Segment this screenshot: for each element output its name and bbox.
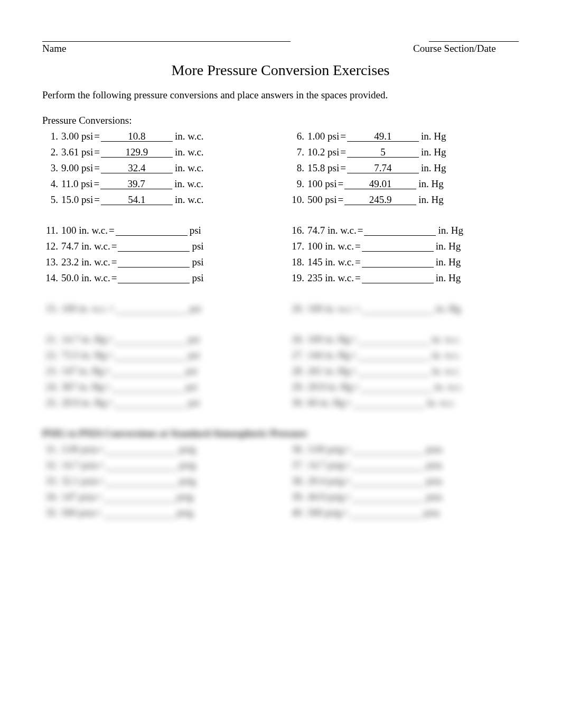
course-section-line[interactable] [429, 32, 519, 42]
answer-blank[interactable] [350, 508, 422, 518]
answer-blank[interactable]: 245.9 [344, 195, 416, 205]
item-unit: in. w.c. [173, 162, 204, 174]
item-lhs: 15.8 psi [307, 162, 339, 174]
item-lhs: 100 in. w.c. [307, 303, 354, 315]
item-lhs: 100 in. w.c. [307, 241, 354, 252]
answer-blank[interactable] [362, 242, 434, 252]
answer-blank[interactable] [364, 226, 436, 236]
answer-blank[interactable]: 10.8 [101, 132, 173, 142]
item-number: 23. [42, 365, 61, 377]
item-number: 13. [42, 256, 61, 268]
answer-blank[interactable] [116, 226, 188, 236]
exercise-row: 21.14.7 in. Hg = psi [42, 334, 273, 345]
item-unit: psi [188, 225, 201, 236]
answer-blank[interactable] [362, 257, 434, 268]
answer-blank[interactable] [114, 398, 186, 408]
item-number: 8. [288, 162, 307, 174]
item-unit: in. Hg [434, 256, 461, 268]
equals: = [110, 272, 118, 284]
item-lhs: 100 in. w.c. [61, 225, 108, 236]
answer-blank[interactable]: 5 [347, 148, 419, 158]
answer-blank[interactable] [118, 257, 190, 268]
exercise-row: 40.500 psig = psia [288, 507, 519, 519]
item-unit: in. w.c. [425, 397, 456, 409]
answer-blank[interactable]: 32.4 [101, 163, 173, 173]
group-2: 11.100 in. w.c. = psi12.74.7 in. w.c. = … [42, 225, 519, 288]
answer-blank[interactable] [352, 445, 424, 455]
answer-blank[interactable] [118, 273, 190, 283]
answer-blank[interactable] [111, 366, 183, 376]
name-line[interactable] [42, 32, 291, 42]
item-lhs: 3.00 psia [61, 444, 98, 455]
equals: = [93, 194, 101, 206]
item-unit: in. Hg [436, 225, 463, 236]
answer-blank[interactable] [116, 304, 188, 314]
answer-blank[interactable] [105, 476, 177, 486]
item-lhs: 235 in. w.c. [307, 272, 354, 284]
item-lhs: 29.4 psig [307, 475, 344, 487]
item-lhs: 11.0 psi [61, 178, 92, 190]
answer-blank[interactable] [352, 476, 424, 486]
answer-blank[interactable] [105, 460, 177, 471]
answer-blank[interactable] [118, 242, 190, 252]
answer-blank[interactable]: 54.1 [101, 195, 173, 205]
exercise-row: 14.50.0 in. w.c. = psi [42, 272, 273, 284]
equals: = [354, 303, 362, 315]
item-number: 37. [288, 459, 307, 471]
item-lhs: 3.61 psi [61, 146, 93, 158]
item-lhs: 100 in. w.c. [61, 303, 108, 315]
answer-blank[interactable] [111, 382, 183, 392]
item-number: 22. [42, 349, 61, 361]
item-unit: in. Hg [419, 146, 446, 158]
header-labels: Name Course Section/Date [42, 43, 519, 54]
answer-blank[interactable] [358, 335, 429, 345]
item-lhs: 145 in. w.c. [307, 256, 354, 268]
equals: = [354, 272, 362, 284]
answer-blank[interactable]: 49.1 [347, 132, 419, 142]
answer-blank[interactable] [114, 335, 186, 345]
answer-blank[interactable]: 129.9 [101, 148, 173, 158]
answer-blank[interactable]: 39.7 [100, 179, 172, 189]
item-unit: in. w.c. [173, 146, 204, 158]
answer-blank[interactable] [352, 460, 424, 471]
answer-blank[interactable] [362, 273, 434, 283]
equals: = [95, 507, 103, 519]
answer-blank[interactable] [352, 492, 424, 502]
item-unit: psia [424, 444, 442, 455]
item-unit: in. Hg [434, 303, 461, 315]
exercise-row: 13.23.2 in. w.c. = psi [42, 256, 273, 268]
answer-blank[interactable] [358, 351, 429, 361]
answer-blank[interactable] [103, 492, 175, 502]
answer-blank[interactable] [103, 508, 175, 518]
exercise-row: 30.60 in. Hg = in. w.c. [288, 397, 519, 409]
answer-blank[interactable]: 49.01 [344, 179, 416, 189]
exercise-row: 39.44.9 psig = psia [288, 491, 519, 503]
answer-blank[interactable] [358, 366, 429, 376]
item-lhs: 60 in. Hg [307, 397, 345, 409]
answer-blank[interactable] [114, 351, 186, 361]
item-lhs: 147 in. Hg [61, 365, 104, 377]
item-number: 20. [288, 303, 307, 315]
item-number: 11. [42, 225, 61, 236]
item-lhs: 29.9 in. Hg [61, 397, 107, 409]
item-number: 10. [288, 194, 307, 206]
equals: = [345, 397, 353, 409]
equals: = [339, 131, 347, 142]
answer-blank[interactable]: 7.74 [347, 163, 419, 173]
item-lhs: 10.2 psi [307, 146, 339, 158]
exercise-row: 2.3.61 psi = 129.9 in. w.c. [42, 146, 273, 158]
exercise-row: 26.100 in. Hg = in. w.c. [288, 334, 519, 345]
exercise-row: 31.3.00 psia = psig [42, 444, 273, 455]
item-lhs: 14.7 psig [307, 459, 344, 471]
item-number: 1. [42, 131, 61, 142]
answer-blank[interactable] [360, 382, 432, 392]
exercise-row: 20.100 in. w.c. = in. Hg [288, 303, 519, 315]
item-unit: psi [186, 334, 200, 345]
exercise-row: 6.1.00 psi = 49.1 in. Hg [288, 131, 519, 142]
answer-blank[interactable] [353, 398, 425, 408]
exercise-row: 8.15.8 psi = 7.74 in. Hg [288, 162, 519, 174]
item-lhs: 23.2 in. w.c. [61, 256, 110, 268]
answer-blank[interactable] [362, 304, 434, 314]
answer-blank[interactable] [105, 445, 177, 455]
item-lhs: 1.00 psi [307, 131, 339, 142]
